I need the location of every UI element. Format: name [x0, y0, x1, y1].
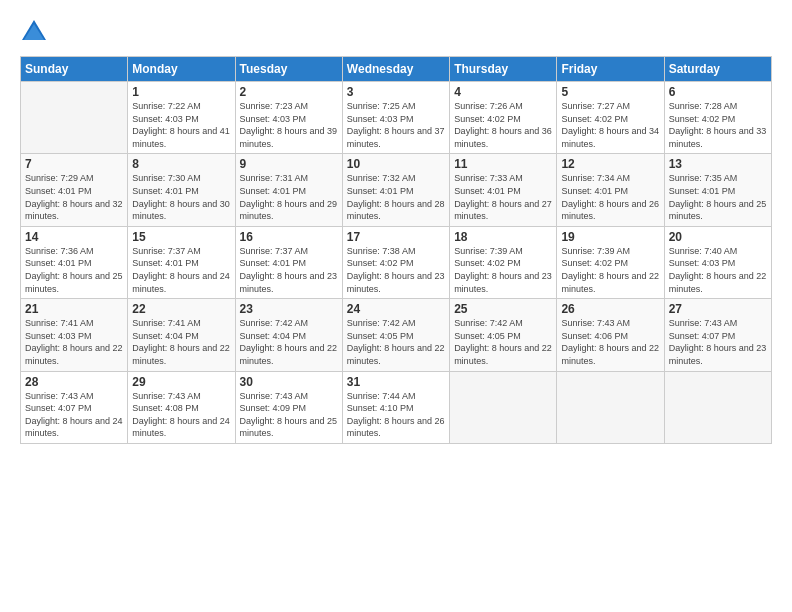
day-number: 11 [454, 157, 552, 171]
day-info: Sunrise: 7:41 AMSunset: 4:03 PMDaylight:… [25, 317, 123, 367]
day-cell: 28Sunrise: 7:43 AMSunset: 4:07 PMDayligh… [21, 371, 128, 443]
day-cell: 14Sunrise: 7:36 AMSunset: 4:01 PMDayligh… [21, 226, 128, 298]
day-info: Sunrise: 7:43 AMSunset: 4:06 PMDaylight:… [561, 317, 659, 367]
day-cell: 1Sunrise: 7:22 AMSunset: 4:03 PMDaylight… [128, 82, 235, 154]
day-info: Sunrise: 7:37 AMSunset: 4:01 PMDaylight:… [240, 245, 338, 295]
day-info: Sunrise: 7:43 AMSunset: 4:07 PMDaylight:… [669, 317, 767, 367]
day-cell: 12Sunrise: 7:34 AMSunset: 4:01 PMDayligh… [557, 154, 664, 226]
day-info: Sunrise: 7:27 AMSunset: 4:02 PMDaylight:… [561, 100, 659, 150]
day-number: 6 [669, 85, 767, 99]
day-number: 28 [25, 375, 123, 389]
day-cell: 8Sunrise: 7:30 AMSunset: 4:01 PMDaylight… [128, 154, 235, 226]
day-number: 30 [240, 375, 338, 389]
day-info: Sunrise: 7:26 AMSunset: 4:02 PMDaylight:… [454, 100, 552, 150]
day-number: 10 [347, 157, 445, 171]
weekday-header-tuesday: Tuesday [235, 57, 342, 82]
weekday-header-row: SundayMondayTuesdayWednesdayThursdayFrid… [21, 57, 772, 82]
week-row-4: 21Sunrise: 7:41 AMSunset: 4:03 PMDayligh… [21, 299, 772, 371]
day-cell [450, 371, 557, 443]
day-number: 20 [669, 230, 767, 244]
day-info: Sunrise: 7:40 AMSunset: 4:03 PMDaylight:… [669, 245, 767, 295]
day-cell: 18Sunrise: 7:39 AMSunset: 4:02 PMDayligh… [450, 226, 557, 298]
day-info: Sunrise: 7:39 AMSunset: 4:02 PMDaylight:… [454, 245, 552, 295]
day-info: Sunrise: 7:43 AMSunset: 4:07 PMDaylight:… [25, 390, 123, 440]
day-cell: 30Sunrise: 7:43 AMSunset: 4:09 PMDayligh… [235, 371, 342, 443]
day-number: 27 [669, 302, 767, 316]
day-number: 2 [240, 85, 338, 99]
day-number: 7 [25, 157, 123, 171]
weekday-header-thursday: Thursday [450, 57, 557, 82]
day-cell: 15Sunrise: 7:37 AMSunset: 4:01 PMDayligh… [128, 226, 235, 298]
day-number: 23 [240, 302, 338, 316]
day-info: Sunrise: 7:30 AMSunset: 4:01 PMDaylight:… [132, 172, 230, 222]
day-cell: 19Sunrise: 7:39 AMSunset: 4:02 PMDayligh… [557, 226, 664, 298]
day-cell: 16Sunrise: 7:37 AMSunset: 4:01 PMDayligh… [235, 226, 342, 298]
day-cell: 23Sunrise: 7:42 AMSunset: 4:04 PMDayligh… [235, 299, 342, 371]
day-number: 14 [25, 230, 123, 244]
day-number: 15 [132, 230, 230, 244]
day-cell: 20Sunrise: 7:40 AMSunset: 4:03 PMDayligh… [664, 226, 771, 298]
day-cell: 26Sunrise: 7:43 AMSunset: 4:06 PMDayligh… [557, 299, 664, 371]
day-info: Sunrise: 7:36 AMSunset: 4:01 PMDaylight:… [25, 245, 123, 295]
day-number: 18 [454, 230, 552, 244]
day-info: Sunrise: 7:42 AMSunset: 4:05 PMDaylight:… [454, 317, 552, 367]
weekday-header-sunday: Sunday [21, 57, 128, 82]
weekday-header-friday: Friday [557, 57, 664, 82]
day-number: 26 [561, 302, 659, 316]
week-row-1: 1Sunrise: 7:22 AMSunset: 4:03 PMDaylight… [21, 82, 772, 154]
day-number: 5 [561, 85, 659, 99]
day-number: 8 [132, 157, 230, 171]
day-info: Sunrise: 7:42 AMSunset: 4:05 PMDaylight:… [347, 317, 445, 367]
day-cell [557, 371, 664, 443]
day-info: Sunrise: 7:32 AMSunset: 4:01 PMDaylight:… [347, 172, 445, 222]
day-number: 12 [561, 157, 659, 171]
day-number: 9 [240, 157, 338, 171]
day-number: 24 [347, 302, 445, 316]
day-number: 13 [669, 157, 767, 171]
day-info: Sunrise: 7:41 AMSunset: 4:04 PMDaylight:… [132, 317, 230, 367]
week-row-2: 7Sunrise: 7:29 AMSunset: 4:01 PMDaylight… [21, 154, 772, 226]
day-cell: 3Sunrise: 7:25 AMSunset: 4:03 PMDaylight… [342, 82, 449, 154]
day-cell: 5Sunrise: 7:27 AMSunset: 4:02 PMDaylight… [557, 82, 664, 154]
day-cell: 21Sunrise: 7:41 AMSunset: 4:03 PMDayligh… [21, 299, 128, 371]
day-cell: 29Sunrise: 7:43 AMSunset: 4:08 PMDayligh… [128, 371, 235, 443]
day-cell: 10Sunrise: 7:32 AMSunset: 4:01 PMDayligh… [342, 154, 449, 226]
day-info: Sunrise: 7:42 AMSunset: 4:04 PMDaylight:… [240, 317, 338, 367]
day-cell: 7Sunrise: 7:29 AMSunset: 4:01 PMDaylight… [21, 154, 128, 226]
logo-icon [20, 18, 48, 46]
day-info: Sunrise: 7:44 AMSunset: 4:10 PMDaylight:… [347, 390, 445, 440]
day-info: Sunrise: 7:43 AMSunset: 4:08 PMDaylight:… [132, 390, 230, 440]
day-cell: 4Sunrise: 7:26 AMSunset: 4:02 PMDaylight… [450, 82, 557, 154]
page: SundayMondayTuesdayWednesdayThursdayFrid… [0, 0, 792, 612]
day-cell: 6Sunrise: 7:28 AMSunset: 4:02 PMDaylight… [664, 82, 771, 154]
weekday-header-wednesday: Wednesday [342, 57, 449, 82]
day-cell: 2Sunrise: 7:23 AMSunset: 4:03 PMDaylight… [235, 82, 342, 154]
day-info: Sunrise: 7:39 AMSunset: 4:02 PMDaylight:… [561, 245, 659, 295]
day-number: 25 [454, 302, 552, 316]
day-cell: 9Sunrise: 7:31 AMSunset: 4:01 PMDaylight… [235, 154, 342, 226]
weekday-header-monday: Monday [128, 57, 235, 82]
day-cell: 31Sunrise: 7:44 AMSunset: 4:10 PMDayligh… [342, 371, 449, 443]
weekday-header-saturday: Saturday [664, 57, 771, 82]
day-cell: 11Sunrise: 7:33 AMSunset: 4:01 PMDayligh… [450, 154, 557, 226]
day-number: 21 [25, 302, 123, 316]
day-info: Sunrise: 7:43 AMSunset: 4:09 PMDaylight:… [240, 390, 338, 440]
day-cell: 27Sunrise: 7:43 AMSunset: 4:07 PMDayligh… [664, 299, 771, 371]
day-number: 3 [347, 85, 445, 99]
day-number: 1 [132, 85, 230, 99]
day-info: Sunrise: 7:25 AMSunset: 4:03 PMDaylight:… [347, 100, 445, 150]
day-cell: 25Sunrise: 7:42 AMSunset: 4:05 PMDayligh… [450, 299, 557, 371]
day-cell: 24Sunrise: 7:42 AMSunset: 4:05 PMDayligh… [342, 299, 449, 371]
calendar: SundayMondayTuesdayWednesdayThursdayFrid… [20, 56, 772, 444]
week-row-3: 14Sunrise: 7:36 AMSunset: 4:01 PMDayligh… [21, 226, 772, 298]
day-number: 17 [347, 230, 445, 244]
day-info: Sunrise: 7:28 AMSunset: 4:02 PMDaylight:… [669, 100, 767, 150]
day-cell: 13Sunrise: 7:35 AMSunset: 4:01 PMDayligh… [664, 154, 771, 226]
day-cell [664, 371, 771, 443]
day-number: 19 [561, 230, 659, 244]
day-number: 22 [132, 302, 230, 316]
day-info: Sunrise: 7:37 AMSunset: 4:01 PMDaylight:… [132, 245, 230, 295]
day-info: Sunrise: 7:22 AMSunset: 4:03 PMDaylight:… [132, 100, 230, 150]
day-info: Sunrise: 7:31 AMSunset: 4:01 PMDaylight:… [240, 172, 338, 222]
day-number: 29 [132, 375, 230, 389]
